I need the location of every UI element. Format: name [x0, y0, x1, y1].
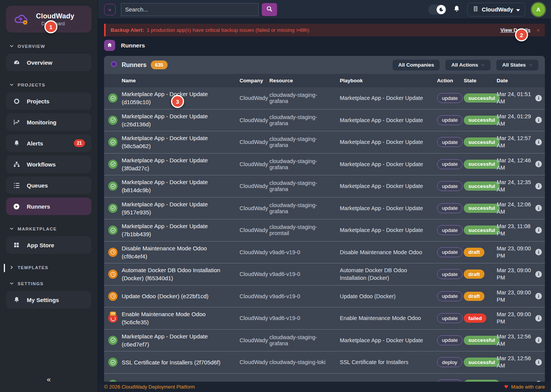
chart-icon — [13, 119, 20, 126]
topbar: » — [98, 0, 551, 19]
panel-title: Runners — [122, 62, 147, 69]
table-row[interactable]: Marketplace App - Docker Update (b814dc9… — [104, 175, 545, 198]
sidebar-section-templates[interactable]: TEMPLATES — [9, 265, 88, 270]
search-input[interactable] — [121, 3, 259, 16]
sidebar-item-projects[interactable]: Projects — [6, 92, 91, 110]
info-icon[interactable]: i — [535, 139, 542, 145]
cell-playbook: Marketplace App - Docker Update — [340, 204, 437, 212]
bell-icon — [453, 5, 461, 14]
dark-mode-toggle[interactable] — [428, 5, 446, 15]
info-icon[interactable]: i — [535, 359, 542, 366]
info-icon[interactable]: i — [535, 227, 542, 234]
main-area: » — [98, 0, 551, 392]
action-badge: update — [437, 225, 463, 235]
cell-company: CloudWady — [240, 227, 269, 233]
sidebar-item-label: Overview — [27, 59, 52, 66]
runner-name: Marketplace App - Docker Update (c26d136… — [122, 112, 240, 128]
cell-action: update — [437, 115, 464, 125]
section-label: TEMPLATES — [18, 265, 49, 270]
table-row[interactable]: Marketplace App - Docker Update (3f0ad27… — [104, 154, 545, 176]
cell-info: i — [533, 227, 545, 234]
state-badge: draft — [464, 292, 484, 301]
state-badge: successful — [464, 204, 500, 213]
sidebar-item-overview[interactable]: Overview — [6, 54, 91, 71]
cell-resource: cloudwady-staging-grafana — [269, 136, 340, 148]
cell-action: update — [437, 269, 464, 279]
table-row[interactable]: Marketplace App - Docker Update (d1059c1… — [104, 87, 545, 109]
cell-status — [104, 137, 122, 147]
org-selector[interactable]: CloudWady — [467, 3, 525, 16]
state-badge: draft — [464, 248, 484, 257]
table-row[interactable]: Marketplace App - Docker Update (9517e93… — [104, 198, 545, 220]
info-icon[interactable]: i — [535, 337, 542, 343]
sidebar-item-label: Workflows — [27, 161, 56, 168]
table-row[interactable]: Disable Maintenance Mode Odoo (cf8c4ef4)… — [104, 242, 545, 264]
sidebar-item-app-store[interactable]: App Store — [6, 236, 91, 254]
column-header-state: State — [464, 78, 497, 83]
info-icon[interactable]: i — [535, 117, 542, 123]
cell-playbook: Automate Docker DB Odoo Installation (Do… — [340, 266, 437, 282]
notifications-button[interactable] — [453, 5, 461, 14]
sidebar-collapse-button[interactable]: « — [42, 374, 55, 385]
cell-resource: v9ad6-v19-0 — [269, 293, 340, 299]
search-button[interactable] — [262, 3, 277, 16]
filter-all-companies[interactable]: All Companies — [392, 59, 440, 71]
table-row[interactable]: Marketplace App - Docker Update (58c5a06… — [104, 131, 545, 154]
cell-status — [104, 336, 122, 345]
info-icon[interactable]: i — [535, 271, 542, 278]
sidebar-item-monitoring[interactable]: Monitoring — [6, 113, 91, 131]
sidebar-section-marketplace[interactable]: MARKETPLACE — [9, 226, 88, 231]
table-row[interactable]: Marketplace App - Docker Update (c26d136… — [104, 109, 545, 132]
sidebar-item-label: App Store — [27, 242, 54, 248]
cell-status — [104, 181, 122, 191]
info-icon[interactable]: i — [535, 161, 542, 167]
cell-info: i — [533, 315, 545, 322]
cell-action: deploy — [437, 357, 464, 367]
info-icon[interactable]: i — [535, 183, 542, 189]
cell-date: Mar 23, 12:56 AM — [497, 355, 533, 369]
info-icon[interactable]: i — [535, 293, 542, 299]
table-row[interactable]: Marketplace App - Docker Update (7b1bb43… — [104, 219, 545, 242]
table-header-row: NameCompanyResourcePlaybookActionStateDa… — [104, 74, 545, 87]
sidebar-section-settings[interactable]: SETTINGS — [9, 281, 88, 286]
info-icon[interactable]: i — [535, 249, 542, 255]
column-header-date: Date — [497, 78, 533, 83]
sidebar-section-projects[interactable]: PROJECTS — [9, 82, 88, 87]
sidebar-item-workflows[interactable]: Workflows — [6, 155, 91, 173]
search-icon — [266, 5, 273, 13]
cell-resource: v9ad6-v19-0 — [269, 249, 340, 255]
user-avatar[interactable]: A — [532, 3, 545, 16]
filter-all-states[interactable]: All States — [496, 59, 539, 71]
sidebar-item-alerts[interactable]: Alerts21 — [6, 134, 91, 152]
cell-date: Mar 24, 01:51 AM — [497, 91, 533, 105]
table-row[interactable]: SSL Certificate for Installers (2f705d6f… — [104, 351, 545, 374]
sidebar-item-runners[interactable]: Runners — [6, 198, 91, 215]
alert-close-button[interactable]: × — [536, 27, 540, 33]
sidebar-section-overview[interactable]: OVERVIEW — [9, 44, 88, 49]
cell-action: update — [437, 93, 464, 103]
backup-alert-banner: Backup Alert: 1 production app(s) have c… — [104, 24, 545, 36]
sidebar-expand-button[interactable]: » — [104, 4, 116, 15]
cell-action: update — [437, 203, 464, 213]
home-button[interactable] — [104, 40, 115, 51]
filter-all-actions[interactable]: All Actions — [445, 59, 491, 71]
cell-action: update — [437, 225, 464, 235]
cell-resource: v9ad6-v19-0 — [269, 315, 340, 321]
filter-label: All Companies — [398, 62, 434, 68]
info-icon[interactable]: i — [535, 95, 542, 101]
sidebar-item-queues[interactable]: Queues — [6, 176, 91, 194]
table-row[interactable]: 1/3Enable Maintenance Mode Odoo (5c6cfe3… — [104, 307, 545, 330]
cell-date: Mar 24, 12:46 AM — [497, 157, 533, 172]
info-icon[interactable]: i — [535, 315, 542, 322]
table-row[interactable]: Automate Docker DB Odoo Installation (Do… — [104, 263, 545, 286]
table-row[interactable]: Update Odoo (Docker) (e22bf1cd)CloudWady… — [104, 286, 545, 308]
table-row[interactable]: Marketplace App - Docker Update (c6ed7ef… — [104, 330, 545, 352]
cell-resource: cloudwady-staging-grafana — [269, 180, 340, 192]
cell-company: CloudWady — [240, 249, 269, 255]
home-icon — [107, 42, 112, 49]
info-icon[interactable]: i — [535, 205, 542, 211]
cell-company: CloudWady — [240, 293, 269, 299]
sidebar-item-my-settings[interactable]: My Settings — [6, 291, 91, 309]
building-icon — [473, 6, 479, 13]
status-draft-icon — [108, 270, 117, 279]
